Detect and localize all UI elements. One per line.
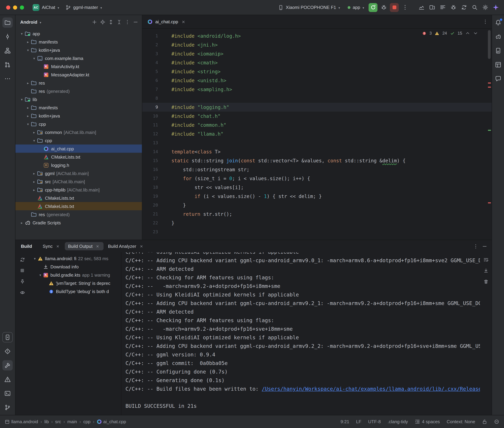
write-access-toggle[interactable] (482, 419, 487, 424)
build-tree-item-jvmtarget-string-is-deprec[interactable]: 'jvmTarget: String' is deprec (29, 279, 121, 287)
chevron-right-icon[interactable]: ▸ (31, 172, 37, 175)
caret-position[interactable]: 9:21 (341, 419, 349, 424)
chevron-down-icon[interactable]: ▾ (25, 48, 31, 52)
chevron-right-icon[interactable]: ▸ (31, 180, 37, 183)
build-output-path-link[interactable]: /Users/hanyin/Workspace/ai-chat/examples… (262, 386, 480, 392)
chevron-down-icon[interactable]: ▾ (32, 256, 38, 260)
debug-button[interactable] (379, 3, 388, 12)
code-line-17[interactable]: 17 for (size_t i = 0; i < values.size();… (142, 174, 492, 183)
sync-project-icon[interactable] (459, 3, 469, 12)
device-selector[interactable]: Xiaomi POCOPHONE F1 (275, 3, 343, 11)
code-line-3[interactable]: 3 #include <iomanip> (142, 49, 492, 58)
code-line-18[interactable]: 18 str << values[i]; (142, 183, 492, 192)
project-icon[interactable] (2, 17, 13, 28)
breadcrumb-src[interactable]: src (55, 419, 61, 424)
project-selector[interactable]: AC AiChat (29, 3, 62, 12)
add-icon[interactable] (91, 18, 98, 26)
build-tree-item-llama-android-fi[interactable]: ▾ llama.android: fi 22 sec, 583 ms (29, 254, 121, 263)
tree-item-cmakelists-txt[interactable]: CMakeLists.txt (16, 153, 142, 161)
editor-scrollbar[interactable] (488, 30, 491, 59)
code-line-20[interactable]: 20 } (142, 201, 492, 210)
tree-item-cpp-httplib[interactable]: ▸ cpp-httplib [AiChat.lib.main] (16, 186, 142, 194)
error-stripe[interactable] (487, 29, 492, 240)
tree-item-gradle-scripts[interactable]: ▸ Gradle Scripts (16, 219, 142, 227)
more-run-options-button[interactable] (400, 3, 410, 12)
tree-item-res[interactable]: ▸ res (16, 79, 142, 87)
clang-tidy-config[interactable]: .clang-tidy (388, 419, 408, 424)
previous-problem-button[interactable] (465, 31, 470, 36)
build-tree-item-build-gradle-kts[interactable]: ▾K build.gradle.kts app 1 warning (29, 271, 121, 279)
close-tab-icon[interactable] (95, 244, 101, 249)
assistant-icon[interactable] (493, 74, 503, 84)
more-horizontal-icon[interactable] (2, 74, 13, 84)
chevron-down-icon[interactable]: ▾ (19, 32, 25, 35)
soft-wrap-icon[interactable] (482, 256, 490, 263)
build-tab-sync[interactable]: Sync (40, 242, 64, 250)
code-line-4[interactable]: 4 #include <cmath> (142, 58, 492, 67)
tree-item-com-example-llama[interactable]: ▾ com.example.llama (16, 54, 142, 62)
clear-all-icon[interactable] (482, 278, 490, 285)
next-problem-button[interactable] (473, 31, 478, 36)
code-line-15[interactable]: 15 static std::string join(const std::ve… (142, 156, 492, 165)
version-control-icon[interactable] (2, 402, 13, 412)
app-inspection-icon[interactable] (448, 3, 458, 12)
chevron-right-icon[interactable]: ▸ (31, 130, 37, 134)
line-separator[interactable]: LF (356, 419, 361, 424)
change-stripe-mark[interactable] (488, 130, 491, 131)
problems-icon[interactable] (2, 374, 13, 385)
chevron-right-icon[interactable]: ▸ (25, 114, 31, 118)
hide-panel-icon[interactable] (481, 243, 488, 250)
build-console[interactable]: C/C++: -- Using KleidiAI optimized kerne… (121, 252, 480, 415)
indent-style[interactable]: 4 spaces (415, 419, 440, 424)
tree-item-cpp[interactable]: ▾ cpp (16, 120, 142, 128)
editor-tab-ai-chat-cpp[interactable]: ai_chat.cpp (142, 15, 189, 28)
code-line-5[interactable]: 5 #include <string> (142, 67, 492, 76)
build-tab-build-output[interactable]: Build Output (65, 242, 103, 250)
run-configuration-selector[interactable]: app (344, 3, 367, 11)
tree-item-res[interactable]: res (generated) (16, 210, 142, 219)
code-line-21[interactable]: 21 return str.str(); (142, 210, 492, 219)
tree-item-cpp[interactable]: ▾ cpp (16, 136, 142, 145)
run-context[interactable]: Context: None (447, 419, 475, 424)
chevron-right-icon[interactable]: ▸ (31, 188, 37, 192)
tree-item-lib[interactable]: ▾ lib (16, 95, 142, 103)
tree-item-app[interactable]: ▾ app (16, 29, 142, 38)
stop-square-icon[interactable] (18, 267, 26, 274)
tree-item-ai-chat-cpp[interactable]: ai_chat.cpp (16, 145, 142, 153)
code-line-11[interactable]: 11 #include "common.h" (142, 121, 492, 130)
expand-all-icon[interactable] (107, 18, 115, 26)
breadcrumb-ai-chat-cpp[interactable]: ai_chat.cpp (97, 419, 126, 424)
code-line-6[interactable]: 6 #include <unistd.h> (142, 76, 492, 85)
chevron-down-icon[interactable]: ▾ (37, 273, 43, 277)
minimize-window-button[interactable] (13, 5, 17, 9)
code-line-10[interactable]: 10 #include "chat.h" (142, 112, 492, 121)
code-line-14[interactable]: 14 template<class T> (142, 147, 492, 156)
sync-icon[interactable] (18, 256, 26, 263)
error-stripe-mark[interactable] (488, 87, 491, 88)
breadcrumb-main[interactable]: main (67, 419, 77, 424)
code-line-22[interactable]: 22 } (142, 219, 492, 227)
pin-icon[interactable] (18, 278, 26, 285)
stop-button[interactable] (390, 3, 399, 12)
error-stripe-mark[interactable] (488, 202, 491, 204)
locate-icon[interactable] (99, 18, 106, 26)
code-line-7[interactable]: 7 #include <sampling.h> (142, 85, 492, 94)
code-line-9[interactable]: 9 #include "logging.h" (142, 103, 492, 112)
running-devices-icon[interactable] (2, 332, 13, 342)
breadcrumb-lib[interactable]: lib (44, 419, 49, 424)
error-stripe-mark[interactable] (488, 82, 491, 83)
profiler-icon[interactable] (417, 3, 426, 12)
code-line-13[interactable]: 13 (142, 138, 492, 147)
close-tab-icon[interactable] (138, 244, 144, 249)
logcat-icon[interactable] (438, 3, 447, 12)
tree-item-manifests[interactable]: ▸ manifests (16, 103, 142, 112)
chevron-right-icon[interactable]: ▸ (25, 81, 31, 85)
layout-inspector-icon[interactable] (493, 60, 503, 70)
tree-item-kotlin-java[interactable]: ▾ kotlin+java (16, 46, 142, 54)
chevron-right-icon[interactable]: ▸ (25, 106, 31, 109)
commit-icon[interactable] (2, 32, 13, 42)
preview-icon[interactable] (18, 288, 26, 296)
build-icon[interactable] (2, 360, 13, 370)
structure-icon[interactable] (2, 46, 13, 56)
tree-item-common[interactable]: ▸ common [AiChat.lib.main] (16, 128, 142, 136)
